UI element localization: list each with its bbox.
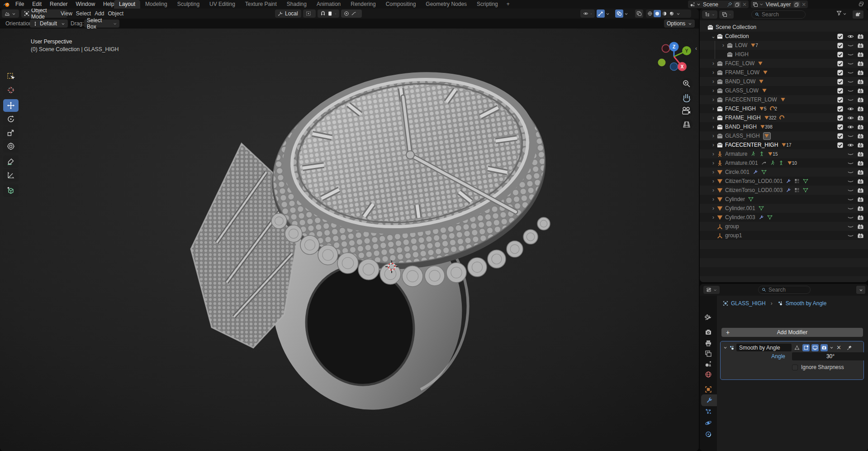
object-visibility-dropdown[interactable] <box>580 10 595 18</box>
angle-value-field[interactable]: 30° <box>792 352 868 360</box>
grid-toggle-button[interactable] <box>681 119 693 130</box>
transform-orientation-dropdown[interactable]: Local <box>275 10 301 18</box>
hide-viewport-toggle[interactable] <box>847 196 854 203</box>
disable-render-toggle[interactable] <box>857 187 864 194</box>
hide-viewport-toggle[interactable] <box>847 150 854 158</box>
disable-render-toggle[interactable] <box>857 223 864 230</box>
workspace-tab-layout[interactable]: Layout <box>114 0 140 9</box>
workspace-tab-compositing[interactable]: Compositing <box>381 0 421 9</box>
workspace-tab-geometry-nodes[interactable]: Geometry Nodes <box>421 0 472 9</box>
disable-render-toggle[interactable] <box>857 168 864 176</box>
hide-viewport-toggle[interactable] <box>847 159 854 167</box>
exclude-checkbox[interactable] <box>836 51 844 58</box>
disable-render-toggle[interactable] <box>857 141 864 149</box>
expand-icon[interactable]: › <box>710 60 716 67</box>
editor-type-button[interactable] <box>703 286 720 294</box>
hide-viewport-toggle[interactable] <box>847 33 854 40</box>
outliner-row-face-low[interactable]: ›FACE_LOW <box>700 59 868 68</box>
properties-tab-constraints[interactable] <box>700 428 717 440</box>
outliner-row-circle-001[interactable]: ›Circle.001 <box>700 168 868 177</box>
expand-icon[interactable]: › <box>710 106 716 112</box>
modifier-extras-icon[interactable] <box>830 345 834 350</box>
disable-render-toggle[interactable] <box>857 178 864 185</box>
properties-tab-object[interactable] <box>700 384 717 395</box>
disable-render-toggle[interactable] <box>857 132 864 139</box>
menu-file[interactable]: File <box>11 0 28 9</box>
disable-render-toggle[interactable] <box>857 205 864 212</box>
render-display-toggle[interactable] <box>821 344 828 351</box>
editor-type-button[interactable] <box>2 10 19 18</box>
expand-icon[interactable]: › <box>710 142 716 148</box>
disable-render-toggle[interactable] <box>857 60 864 67</box>
collapse-icon[interactable]: ⌄ <box>710 33 716 39</box>
exclude-checkbox[interactable] <box>836 123 844 130</box>
proportional-editing-controls[interactable] <box>341 10 362 18</box>
hide-viewport-toggle[interactable] <box>847 223 854 230</box>
expand-icon[interactable]: › <box>710 196 716 202</box>
blender-logo-icon[interactable] <box>3 1 10 8</box>
expand-icon[interactable]: › <box>710 178 716 184</box>
workspace-tab-animation[interactable]: Animation <box>312 0 346 9</box>
tool-add-cube[interactable] <box>3 184 19 197</box>
outliner-row-glass-high[interactable]: ›GLASS_HIGH <box>700 131 868 140</box>
editor-type-button[interactable] <box>702 10 717 19</box>
scene-selector[interactable]: Scene ✕ <box>688 0 749 8</box>
outliner-row-group[interactable]: group <box>700 222 868 231</box>
expand-icon[interactable]: › <box>710 205 716 211</box>
breadcrumb-object[interactable]: GLASS_HIGH <box>731 300 766 307</box>
hide-viewport-toggle[interactable] <box>847 214 854 221</box>
edit-mode-toggle[interactable] <box>793 344 801 351</box>
hide-viewport-toggle[interactable] <box>847 178 854 185</box>
disable-render-toggle[interactable] <box>857 196 864 203</box>
tool-measure[interactable] <box>3 169 19 182</box>
pin-icon[interactable] <box>847 345 852 350</box>
ignore-sharpness-checkbox[interactable] <box>792 365 798 370</box>
tool-scale[interactable] <box>3 126 19 139</box>
new-viewlayer-button[interactable] <box>793 1 800 8</box>
shading-wireframe-button[interactable] <box>646 10 654 17</box>
workspace-tab-modeling[interactable]: Modeling <box>140 0 172 9</box>
tool-annotate[interactable] <box>3 155 19 168</box>
properties-options-button[interactable] <box>856 286 865 294</box>
outliner-row-band-low[interactable]: ›BAND_LOW <box>700 77 868 86</box>
workspace-tab-rendering[interactable]: Rendering <box>346 0 380 9</box>
disable-render-toggle[interactable] <box>857 78 864 85</box>
workspace-tab-shading[interactable]: Shading <box>282 0 312 9</box>
outliner-search-input[interactable] <box>762 11 802 18</box>
disable-render-toggle[interactable] <box>857 123 864 130</box>
expand-icon[interactable]: › <box>710 78 716 85</box>
hide-viewport-toggle[interactable] <box>847 123 854 130</box>
expand-icon[interactable]: › <box>710 151 716 157</box>
exclude-checkbox[interactable] <box>836 69 844 76</box>
hide-viewport-toggle[interactable] <box>847 51 854 58</box>
pivot-point-dropdown[interactable] <box>303 10 316 18</box>
show-overlays-toggle[interactable] <box>615 10 631 18</box>
exclude-checkbox[interactable] <box>836 33 844 40</box>
expand-icon[interactable]: › <box>710 124 716 130</box>
hide-viewport-toggle[interactable] <box>847 141 854 149</box>
expand-icon[interactable]: › <box>720 42 726 48</box>
exclude-checkbox[interactable] <box>836 78 844 85</box>
hide-viewport-toggle[interactable] <box>847 96 854 103</box>
workspace-tab-uv-editing[interactable]: UV Editing <box>204 0 240 9</box>
camera-view-button[interactable] <box>681 105 693 117</box>
outliner-row-armature[interactable]: ›Armature15 <box>700 149 868 158</box>
disable-render-toggle[interactable] <box>857 105 864 112</box>
close-modifier-icon[interactable]: ✕ <box>835 344 842 351</box>
new-collection-button[interactable] <box>853 10 863 19</box>
collapse-gizmo-icon[interactable]: ‹ <box>695 45 697 52</box>
tool-select-box[interactable] <box>3 70 19 83</box>
disable-render-toggle[interactable] <box>857 87 864 94</box>
axis-neg-ball[interactable] <box>662 45 670 53</box>
shading-rendered-button[interactable] <box>668 10 675 17</box>
remove-viewlayer-button[interactable]: ✕ <box>802 1 806 8</box>
properties-tab-particles[interactable] <box>700 406 717 417</box>
disable-render-toggle[interactable] <box>857 150 864 158</box>
hide-viewport-toggle[interactable] <box>847 187 854 194</box>
outliner-row-cylinder-001[interactable]: ›Cylinder.001 <box>700 204 868 213</box>
hide-viewport-toggle[interactable] <box>847 168 854 176</box>
show-gizmo-toggle[interactable] <box>597 10 613 18</box>
viewlayer-name[interactable]: ViewLayer <box>765 1 792 8</box>
outliner-row-facecenter-high[interactable]: ›FACECENTER_HIGH17 <box>700 140 868 149</box>
add-modifier-button[interactable]: + Add Modifier <box>721 328 863 337</box>
